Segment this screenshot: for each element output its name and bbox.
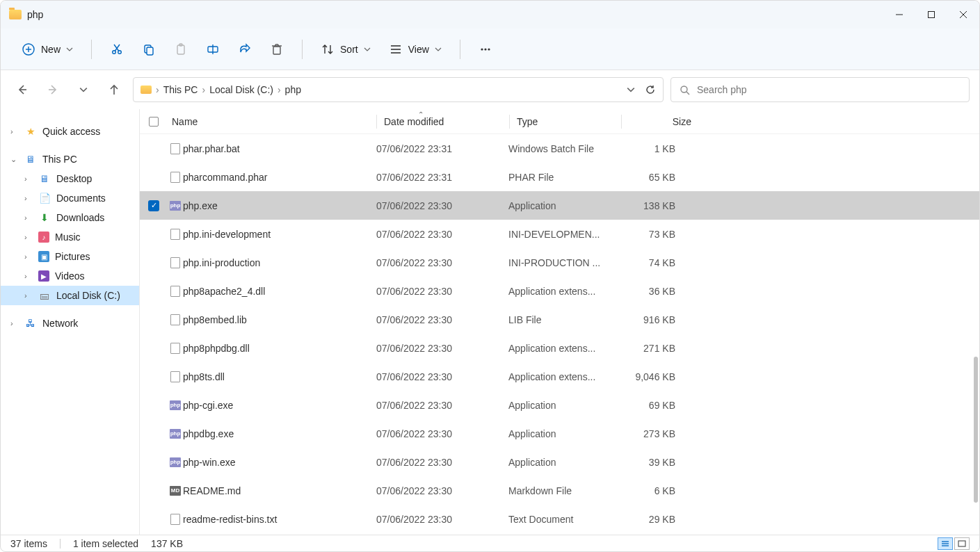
svg-rect-13 (177, 45, 184, 54)
svg-point-26 (484, 48, 486, 50)
file-date: 07/06/2022 23:30 (376, 257, 508, 268)
paste-button[interactable] (167, 38, 195, 60)
rename-icon (206, 42, 220, 56)
file-size: 273 KB (620, 428, 682, 439)
chevron-right-icon: › (24, 272, 33, 280)
back-button[interactable] (10, 78, 34, 102)
file-size: 69 KB (620, 400, 682, 411)
file-row[interactable]: ✓phar.phar.bat07/06/2022 23:31Windows Ba… (140, 134, 979, 163)
file-size: 9,046 KB (620, 371, 682, 382)
file-type: Application (508, 428, 620, 439)
file-date: 07/06/2022 23:30 (376, 457, 508, 468)
column-header-date[interactable]: Date modified (384, 116, 509, 127)
row-checkbox[interactable]: ✓ (140, 200, 168, 211)
up-button[interactable] (102, 78, 126, 102)
copy-icon (142, 42, 156, 56)
file-type: Application (508, 200, 620, 211)
sidebar-desktop[interactable]: › 🖥 Desktop (1, 169, 139, 188)
delete-button[interactable] (263, 38, 291, 60)
file-type: Application (508, 400, 620, 411)
search-box[interactable]: Search php (670, 77, 970, 102)
share-button[interactable] (231, 38, 259, 60)
refresh-icon[interactable] (645, 84, 656, 95)
breadcrumb-this-pc[interactable]: This PC (163, 84, 198, 95)
minimize-button[interactable] (883, 1, 915, 29)
sidebar-music[interactable]: › ♪ Music (1, 227, 139, 247)
svg-point-25 (481, 48, 483, 50)
sidebar-local-disk[interactable]: › 🖴 Local Disk (C:) (1, 286, 139, 305)
file-row[interactable]: ✓phpphp-cgi.exe07/06/2022 23:30Applicati… (140, 391, 979, 419)
details-view-button[interactable] (938, 537, 953, 550)
svg-rect-12 (147, 47, 153, 55)
new-button[interactable]: New (15, 38, 80, 60)
file-date: 07/06/2022 23:31 (376, 172, 508, 183)
file-type: Application extens... (508, 371, 620, 382)
column-header-checkbox[interactable] (140, 117, 168, 127)
file-row[interactable]: ✓php.ini-development07/06/2022 23:30INI-… (140, 220, 979, 248)
file-row[interactable]: ✓php8embed.lib07/06/2022 23:30LIB File91… (140, 305, 979, 334)
column-header-name[interactable]: Name (168, 116, 376, 127)
address-bar[interactable]: › This PC › Local Disk (C:) › php (133, 77, 664, 102)
sidebar-this-pc[interactable]: ⌄ 🖥 This PC (1, 149, 139, 169)
chevron-down-icon[interactable] (627, 86, 635, 94)
window-title: php (27, 9, 43, 20)
file-date: 07/06/2022 23:30 (376, 428, 508, 439)
application-icon: php (170, 457, 181, 467)
file-row[interactable]: ✓php8phpdbg.dll07/06/2022 23:30Applicati… (140, 334, 979, 362)
cut-button[interactable] (103, 38, 131, 60)
sidebar-quick-access[interactable]: › ★ Quick access (1, 122, 139, 141)
sidebar-pictures[interactable]: › ▣ Pictures (1, 247, 139, 266)
chevron-right-icon: › (278, 84, 281, 95)
file-type: Application extens... (508, 286, 620, 297)
document-icon (170, 314, 180, 325)
copy-button[interactable] (135, 38, 163, 60)
file-row[interactable]: ✓phpphp.exe07/06/2022 23:30Application13… (140, 191, 979, 220)
scrollbar-thumb[interactable] (974, 357, 978, 503)
sidebar-documents[interactable]: › 📄 Documents (1, 188, 139, 208)
column-header-type[interactable]: Type (517, 116, 621, 127)
recent-dropdown[interactable] (72, 78, 95, 102)
sidebar-videos[interactable]: › ▶ Videos (1, 266, 139, 286)
sidebar-network[interactable]: › 🖧 Network (1, 314, 139, 333)
sidebar-downloads[interactable]: › ⬇ Downloads (1, 208, 139, 227)
rename-button[interactable] (199, 38, 227, 60)
status-selected-size: 137 KB (151, 538, 183, 549)
maximize-button[interactable] (915, 1, 947, 29)
file-row[interactable]: ✓MDREADME.md07/06/2022 23:30Markdown Fil… (140, 476, 979, 505)
document-icon (170, 229, 180, 240)
close-button[interactable] (947, 1, 979, 29)
status-selected-items: 1 item selected (73, 538, 138, 549)
chevron-right-icon: › (24, 213, 33, 222)
file-type: INI-PRODUCTION ... (508, 257, 620, 268)
disk-icon: 🖴 (38, 290, 51, 301)
view-button[interactable]: View (382, 38, 449, 60)
search-placeholder: Search php (697, 84, 747, 95)
chevron-right-icon: › (24, 233, 33, 241)
breadcrumb-folder[interactable]: php (285, 84, 301, 95)
file-size: 39 KB (620, 457, 682, 468)
sort-button[interactable]: Sort (314, 38, 378, 60)
file-row[interactable]: ✓pharcommand.phar07/06/2022 23:31PHAR Fi… (140, 163, 979, 191)
document-icon (170, 286, 180, 297)
file-size: 74 KB (620, 257, 682, 268)
body: › ★ Quick access ⌄ 🖥 This PC › 🖥 Desktop… (1, 109, 979, 535)
chevron-down-icon (364, 46, 371, 53)
markdown-icon: MD (170, 486, 181, 496)
file-row[interactable]: ✓phpphp-win.exe07/06/2022 23:30Applicati… (140, 448, 979, 476)
chevron-right-icon: › (10, 319, 19, 327)
file-type: INI-DEVELOPMEN... (508, 229, 620, 240)
chevron-right-icon: › (10, 127, 19, 136)
file-date: 07/06/2022 23:30 (376, 314, 508, 325)
desktop-icon: 🖥 (38, 173, 51, 184)
file-row[interactable]: ✓phpphpdbg.exe07/06/2022 23:30Applicatio… (140, 419, 979, 448)
documents-icon: 📄 (38, 193, 51, 204)
thumbnails-view-button[interactable] (954, 537, 970, 550)
file-row[interactable]: ✓php8ts.dll07/06/2022 23:30Application e… (140, 362, 979, 391)
forward-button[interactable] (41, 78, 65, 102)
file-row[interactable]: ✓readme-redist-bins.txt07/06/2022 23:30T… (140, 505, 979, 533)
file-row[interactable]: ✓php.ini-production07/06/2022 23:30INI-P… (140, 248, 979, 277)
more-button[interactable] (472, 38, 499, 60)
file-row[interactable]: ✓php8apache2_4.dll07/06/2022 23:30Applic… (140, 277, 979, 305)
breadcrumb-drive[interactable]: Local Disk (C:) (209, 84, 273, 95)
column-header-size[interactable]: Size (629, 116, 698, 127)
